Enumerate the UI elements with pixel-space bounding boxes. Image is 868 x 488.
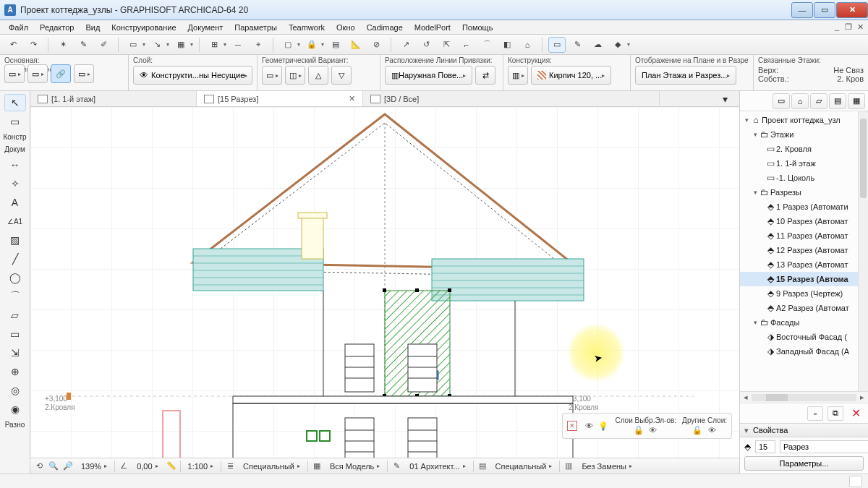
menu-options[interactable]: Параметры: [229, 22, 283, 33]
pick-button[interactable]: ✶: [54, 37, 72, 53]
tree-floor-1[interactable]: ▭1. 1-й этаж: [740, 156, 868, 171]
tree-section-1[interactable]: ⬘1 Разрез (Автомати: [740, 200, 868, 214]
eyedropper-button[interactable]: ✎: [75, 37, 92, 53]
qo-vis2-icon[interactable]: 👁: [706, 425, 718, 435]
trace-button[interactable]: ▤: [327, 37, 344, 53]
sb-penset[interactable]: 01 Архитект...▸: [405, 460, 469, 473]
detail-tool[interactable]: ◉: [4, 401, 26, 418]
marquee-tool[interactable]: ▭: [4, 113, 26, 130]
qo-bulb-icon[interactable]: 💡: [597, 421, 609, 431]
tree-elev-west[interactable]: ⬗Западный Фасад (А: [740, 344, 868, 359]
home-button[interactable]: ⌂: [519, 37, 536, 53]
edit-4-button[interactable]: ⌐: [458, 37, 475, 53]
line-tool[interactable]: ╱: [4, 250, 26, 267]
minimize-button[interactable]: —: [791, 2, 813, 18]
ib-settings-button[interactable]: ▭▸: [4, 64, 25, 83]
tree-elevations[interactable]: ▾🗀Фасады: [740, 315, 868, 330]
tree-floor-2[interactable]: ▭2. Кровля: [740, 142, 868, 156]
menu-view[interactable]: Вид: [80, 22, 106, 33]
ib-struct-dropdown[interactable]: Кирпич 120, ...▸: [531, 66, 611, 85]
tab-section[interactable]: [15 Разрез] ✕: [197, 91, 363, 106]
menu-window[interactable]: Окно: [331, 22, 361, 33]
tree-section-13[interactable]: ⬘13 Разрез (Автомат: [740, 257, 868, 272]
nav-delete-button[interactable]: ✕: [848, 406, 864, 421]
nav-tb-1[interactable]: ▭: [773, 93, 790, 109]
tree-section-12[interactable]: ⬘12 Разрез (Автомат: [740, 243, 868, 257]
nav-tb-2[interactable]: ⌂: [791, 93, 809, 109]
sb-reno-icon[interactable]: ▥: [563, 461, 574, 472]
label-tool[interactable]: ∠A1: [4, 213, 26, 230]
grid-button[interactable]: ⊞: [205, 37, 223, 53]
elevation-tool[interactable]: ⊕: [4, 363, 26, 380]
measure-button[interactable]: 📐: [347, 37, 365, 53]
nav-new-button[interactable]: ▫: [807, 406, 823, 421]
maximize-button[interactable]: ▭: [814, 2, 835, 18]
menu-file[interactable]: Файл: [3, 22, 34, 33]
ib-wall-button[interactable]: ▭▸: [74, 64, 94, 83]
tree-floor-b[interactable]: ▭-1. Цоколь: [740, 171, 868, 185]
tray-icon[interactable]: [849, 476, 862, 487]
arc-tool[interactable]: ⌒: [4, 288, 26, 305]
edit-6-button[interactable]: ◧: [498, 37, 516, 53]
ib-geom-3[interactable]: △: [308, 66, 328, 85]
tree-elev-east[interactable]: ⬗Восточный Фасад (: [740, 330, 868, 344]
ib-select-button[interactable]: ▭▸: [27, 64, 48, 83]
tab-3d[interactable]: [3D / Все]: [363, 91, 660, 106]
sb-ruler-icon[interactable]: 📏: [166, 461, 177, 472]
polyline-tool[interactable]: ▱: [4, 307, 26, 324]
menu-mdi-minimize[interactable]: _: [832, 22, 842, 33]
qo-lock1-icon[interactable]: 🔓: [633, 425, 644, 435]
navigator-tree[interactable]: ▾⌂Проект коттеджа_узл ▾🗀Этажи ▭2. Кровля…: [740, 111, 868, 391]
ib-layer-dropdown[interactable]: Конструкти...ны Несущие▸: [133, 66, 252, 85]
ib-link-button[interactable]: 🔗: [51, 64, 71, 83]
tree-section-15[interactable]: ⬘15 Разрез (Автома: [740, 272, 868, 286]
sb-special2[interactable]: Специальный▸: [491, 460, 557, 473]
lock-button[interactable]: 🔒: [303, 37, 320, 53]
sb-reno[interactable]: Без Замены▸: [577, 460, 637, 473]
qo-lock2-icon[interactable]: 🔓: [692, 425, 703, 435]
sb-special1[interactable]: Специальный▸: [239, 460, 305, 473]
sb-pen-icon[interactable]: ✎: [391, 461, 402, 472]
redo-button[interactable]: ↷: [25, 37, 42, 53]
props-num-input[interactable]: [755, 440, 775, 453]
sb-scale[interactable]: 1:100▸: [184, 460, 218, 473]
nav-dup-button[interactable]: ⧉: [827, 406, 843, 421]
sb-model[interactable]: Вся Модель▸: [326, 460, 384, 473]
qo-close-icon[interactable]: ✕: [567, 421, 577, 431]
edit-3-button[interactable]: ⇱: [438, 37, 455, 53]
edit-1-button[interactable]: ↗: [397, 37, 414, 53]
tree-root[interactable]: ▾⌂Проект коттеджа_узл: [740, 113, 868, 127]
sb-zoomin-icon[interactable]: 🔍: [48, 461, 59, 472]
no-button[interactable]: ⊘: [367, 37, 385, 53]
close-button[interactable]: ✕: [836, 2, 868, 18]
menu-teamwork[interactable]: Teamwork: [283, 22, 331, 33]
sb-coord[interactable]: 0,00▸: [132, 460, 162, 473]
gravity-button[interactable]: ⌖: [250, 37, 267, 53]
qo-eye-icon[interactable]: 👁: [583, 421, 595, 431]
tree-sections[interactable]: ▾🗀Разрезы: [740, 185, 868, 200]
nav-tb-5[interactable]: ▦: [848, 93, 865, 109]
sb-orbit-icon[interactable]: ⟲: [33, 461, 45, 472]
inject-button[interactable]: ✐: [95, 37, 112, 53]
drawing-tool[interactable]: ▭: [4, 325, 26, 343]
dimension-tool[interactable]: ↔: [4, 156, 26, 174]
menu-modelport[interactable]: ModelPort: [409, 22, 456, 33]
nav-hscroll[interactable]: ◂▸: [740, 391, 868, 403]
tree-section-a2[interactable]: ⬘A2 Разрез (Автомат: [740, 301, 868, 315]
suspend-button[interactable]: ▢: [279, 37, 297, 53]
ib-refline-flip[interactable]: ⇄: [475, 66, 495, 85]
toggle-b-button[interactable]: ✎: [569, 37, 586, 53]
ruler-button[interactable]: ─: [229, 37, 247, 53]
edit-5-button[interactable]: ⌒: [478, 37, 495, 53]
snap-button[interactable]: ▦: [172, 37, 190, 53]
tree-section-10[interactable]: ⬘10 Разрез (Автомат: [740, 214, 868, 228]
menu-mdi-close[interactable]: ✕: [855, 22, 865, 33]
sb-zoom[interactable]: 139%▸: [77, 460, 111, 473]
tab-close-button[interactable]: ✕: [349, 94, 355, 103]
toggle-c-button[interactable]: ☁: [589, 37, 606, 53]
section-tool[interactable]: ⇲: [4, 344, 26, 361]
tree-section-9[interactable]: ⬘9 Разрез (Чертеж): [740, 286, 868, 301]
sb-model-icon[interactable]: ▦: [311, 461, 323, 472]
menu-document[interactable]: Документ: [182, 22, 229, 33]
circle-tool[interactable]: ◯: [4, 269, 26, 286]
